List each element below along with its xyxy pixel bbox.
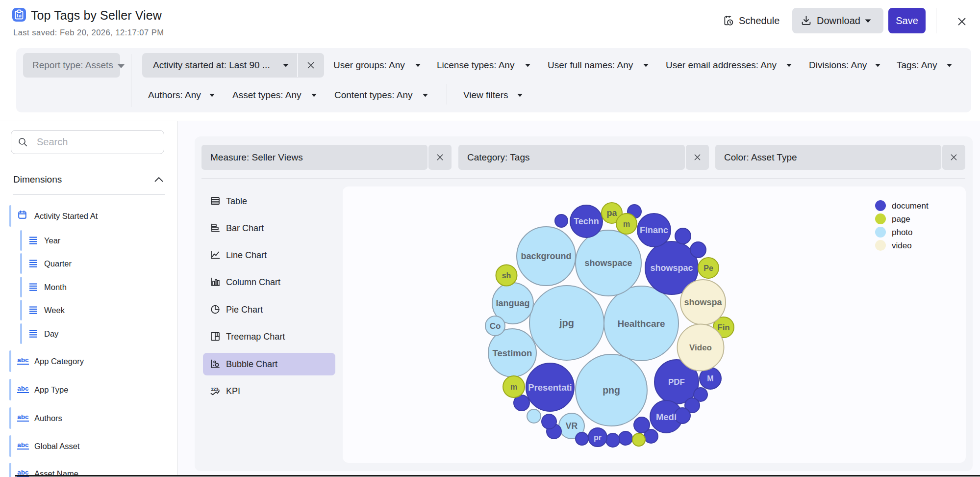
svg-text:pr: pr (594, 433, 602, 442)
svg-text:showspac: showspac (650, 263, 693, 273)
svg-text:Healthcare: Healthcare (617, 318, 665, 329)
svg-text:Techn: Techn (574, 216, 599, 226)
svg-text:Video: Video (689, 343, 712, 352)
svg-text:background: background (521, 251, 571, 261)
svg-text:Pe: Pe (704, 264, 713, 272)
svg-text:pa: pa (606, 208, 617, 218)
svg-text:png: png (603, 385, 620, 396)
svg-text:Co: Co (490, 321, 501, 331)
svg-text:m: m (623, 220, 630, 228)
svg-text:123: 123 (211, 386, 218, 392)
svg-text:PDF: PDF (668, 377, 685, 387)
svg-text:showspace: showspace (584, 258, 632, 268)
svg-text:Fin: Fin (717, 323, 730, 332)
svg-text:jpg: jpg (559, 318, 574, 328)
svg-text:document: document (892, 201, 929, 211)
svg-text:m: m (510, 383, 517, 391)
svg-text:video: video (892, 241, 912, 250)
svg-text:page: page (892, 214, 910, 224)
svg-text:Presentati: Presentati (528, 382, 572, 393)
svg-text:languag: languag (496, 298, 529, 308)
svg-text:Financ: Financ (640, 225, 668, 235)
svg-text:VR: VR (566, 421, 578, 431)
svg-text:Testimon: Testimon (493, 348, 532, 358)
svg-text:M: M (707, 374, 713, 383)
svg-text:showspa: showspa (684, 297, 722, 307)
svg-text:sh: sh (502, 271, 511, 280)
svg-text:photo: photo (892, 228, 913, 237)
svg-text:Medi: Medi (656, 412, 677, 422)
